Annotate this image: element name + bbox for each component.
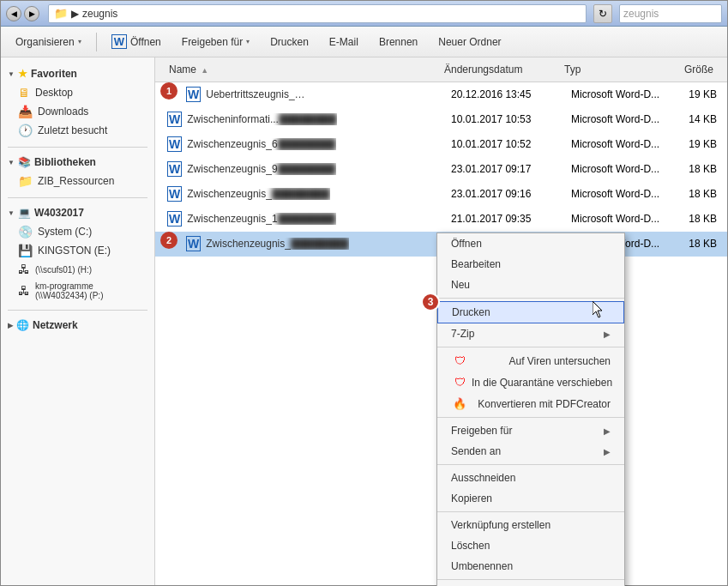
- cm-delete[interactable]: Löschen: [437, 535, 624, 556]
- sidebar-item-system-c[interactable]: 💿 System (C:): [1, 222, 154, 241]
- file-name-cell: 2 W Zwischenzeugnis_████████: [155, 233, 444, 254]
- forward-button[interactable]: ▶: [24, 6, 39, 21]
- col-header-date[interactable]: Änderungsdatum: [437, 60, 557, 79]
- zib-label: ZIB_Ressourcen: [38, 175, 114, 187]
- cm-new[interactable]: Neu: [437, 275, 624, 295]
- word-doc-icon: W: [186, 87, 201, 102]
- windows-explorer-window: ◀ ▶ 📁 ▶ zeugnis ↻ zeugnis Organisieren ▾…: [0, 0, 728, 586]
- favorites-label: Favoriten: [31, 68, 77, 80]
- file-size-cell: 19 KB: [667, 85, 727, 104]
- col-header-type[interactable]: Typ: [557, 60, 660, 79]
- table-row[interactable]: W Zwischenzeugnis_████████ 23.01.2017 09…: [155, 182, 727, 207]
- table-row[interactable]: W Zwischeninformati...████████ 10.01.201…: [155, 107, 727, 132]
- share-button[interactable]: Freigeben für ▾: [172, 31, 259, 53]
- cm-create-shortcut[interactable]: Verknüpfung erstellen: [437, 515, 624, 535]
- network-header[interactable]: ▶ 🌐 Netzwerk: [1, 316, 154, 335]
- table-row[interactable]: W Zwischenzeugnis_1████████ 21.01.2017 0…: [155, 207, 727, 232]
- file-date-cell: 10.01.2017 10:52: [444, 135, 564, 154]
- path-folder-icon: 📁: [54, 7, 68, 20]
- word-doc-icon: W: [167, 211, 182, 227]
- file-name-cell: W Zwischenzeugnis_6████████: [155, 134, 444, 154]
- recent-label: Zuletzt besucht: [38, 124, 107, 136]
- name-expand-icon: ▲: [199, 66, 210, 75]
- cm-properties[interactable]: Eigenschaften: [437, 583, 624, 586]
- table-row[interactable]: W Zwischenzeugnis_9████████ 23.01.2017 0…: [155, 157, 727, 182]
- refresh-button[interactable]: ↻: [593, 4, 612, 23]
- cm-quarantine[interactable]: 🛡 In die Quarantäne verschieben: [437, 372, 624, 393]
- file-type-cell: Microsoft Word-D...: [564, 184, 667, 203]
- file-size-cell: 18 KB: [667, 160, 727, 178]
- sidebar-item-km[interactable]: 🖧 km-programme (\\W4032434) (P:): [1, 279, 154, 303]
- sidebar-divider-1: [8, 147, 147, 148]
- word-doc-icon: W: [186, 236, 201, 251]
- file-name-text: Zwischenzeugnis_9████████: [187, 163, 335, 175]
- open-button[interactable]: W Öffnen: [102, 31, 171, 53]
- cm-rename[interactable]: Umbenennen: [437, 556, 624, 577]
- cm-send-arrow: ▶: [604, 447, 611, 456]
- path-text: ▶: [71, 8, 79, 20]
- computer-header[interactable]: ▼ 💻 W4032017: [1, 203, 154, 222]
- file-name-text: Zwischeninformati...████████: [187, 113, 337, 125]
- cm-separator-2: [437, 347, 624, 347]
- cm-separator-5: [437, 511, 624, 512]
- libraries-header[interactable]: ▼ 📚 Bibliotheken: [1, 153, 154, 172]
- favorites-header[interactable]: ▼ ★ Favoriten: [1, 64, 154, 83]
- kingston-icon: 💾: [18, 244, 33, 257]
- col-header-size[interactable]: Größe: [660, 60, 720, 79]
- kingston-label: KINGSTON (E:): [38, 245, 111, 257]
- sidebar-item-downloads[interactable]: 📥 Downloads: [1, 102, 154, 121]
- cm-cut[interactable]: Ausschneiden: [437, 468, 624, 488]
- libraries-triangle: ▼: [8, 159, 15, 166]
- cm-share[interactable]: Freigeben für ▶: [437, 420, 624, 441]
- table-row[interactable]: W Zwischenzeugnis_6████████ 10.01.2017 1…: [155, 132, 727, 157]
- sidebar-item-network-h[interactable]: 🖧 (\\scufs01) (H:): [1, 260, 154, 279]
- burn-button[interactable]: Brennen: [370, 31, 427, 53]
- sidebar: ▼ ★ Favoriten 🖥 Desktop 📥 Downloads 🕐 Zu…: [1, 57, 155, 585]
- sidebar-item-recent[interactable]: 🕐 Zuletzt besucht: [1, 121, 154, 140]
- file-word-icon-6: W: [186, 237, 201, 251]
- file-type-cell: Microsoft Word-D...: [564, 135, 667, 154]
- quarantine-icon: 🛡: [451, 376, 468, 389]
- file-word-icon-2: W: [167, 137, 182, 151]
- titlebar: ◀ ▶ 📁 ▶ zeugnis ↻ zeugnis: [1, 1, 727, 27]
- pdf-icon: 🔥: [451, 397, 468, 410]
- libraries-label: Bibliotheken: [34, 156, 96, 168]
- sidebar-item-kingston[interactable]: 💾 KINGSTON (E:): [1, 241, 154, 260]
- organize-button[interactable]: Organisieren ▾: [6, 31, 91, 53]
- sidebar-item-zib[interactable]: 📁 ZIB_Ressourcen: [1, 172, 154, 190]
- file-date-cell: 20.12.2016 13:45: [444, 85, 564, 104]
- address-bar[interactable]: 📁 ▶ zeugnis: [48, 4, 587, 23]
- cm-send-to[interactable]: Senden an ▶: [437, 441, 624, 462]
- cm-edit[interactable]: Bearbeiten: [437, 254, 624, 275]
- cm-share-arrow: ▶: [604, 426, 611, 436]
- toolbar-separator: [96, 33, 97, 51]
- search-box[interactable]: zeugnis: [619, 4, 722, 23]
- favorites-star-icon: ★: [18, 68, 27, 80]
- cm-zip[interactable]: 7-Zip ▶: [437, 323, 624, 344]
- print-button[interactable]: Drucken: [261, 31, 318, 53]
- network-icon: 🌐: [16, 319, 29, 331]
- drive-c-icon: 💿: [18, 225, 33, 239]
- sidebar-item-desktop[interactable]: 🖥 Desktop: [1, 83, 154, 102]
- back-button[interactable]: ◀: [6, 6, 21, 21]
- file-date-cell: 23.01.2017 09:16: [444, 184, 564, 203]
- cm-open[interactable]: Öffnen: [437, 233, 624, 254]
- file-name-cell: W Zwischeninformati...████████: [155, 109, 444, 130]
- libraries-icon: 📚: [18, 156, 31, 168]
- km-label: km-programme (\\W4032434) (P:): [35, 281, 147, 300]
- table-row[interactable]: 1 W Uebertrittszeugnis_████████████ 20.1…: [155, 82, 727, 107]
- badge-1: 1: [160, 82, 177, 100]
- organize-dropdown-arrow: ▾: [78, 38, 81, 45]
- file-name-text: Zwischenzeugnis_████████: [187, 188, 330, 200]
- cm-copy[interactable]: Kopieren: [437, 488, 624, 509]
- cm-pdf[interactable]: 🔥 Konvertieren mit PDFCreator: [437, 393, 624, 414]
- file-name-text: Zwischenzeugnis_6████████: [187, 138, 335, 150]
- computer-label: W4032017: [34, 207, 84, 219]
- email-button[interactable]: E-Mail: [320, 31, 368, 53]
- file-name-cell: 1 W Uebertrittszeugnis_████████████: [155, 84, 444, 105]
- libraries-section: ▼ 📚 Bibliotheken 📁 ZIB_Ressourcen: [1, 153, 154, 190]
- col-header-name[interactable]: Name ▲: [162, 60, 437, 79]
- cm-antivirus[interactable]: 🛡 Auf Viren untersuchen: [437, 350, 624, 372]
- new-folder-button[interactable]: Neuer Ordner: [429, 31, 510, 53]
- file-size-cell: 18 KB: [667, 209, 727, 228]
